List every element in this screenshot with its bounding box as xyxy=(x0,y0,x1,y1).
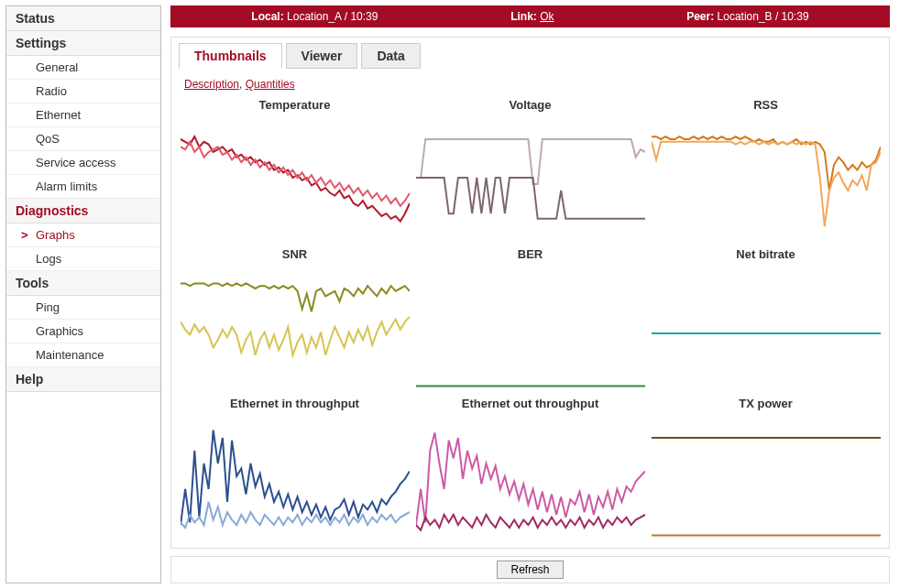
chart-title: SNR xyxy=(179,244,411,263)
refresh-bar: Refresh xyxy=(170,556,890,583)
nav-item-graphics[interactable]: Graphics xyxy=(6,320,160,343)
chart-title: Net bitrate xyxy=(650,244,882,263)
sidebar-nav: StatusSettingsGeneralRadioEthernetQoSSer… xyxy=(5,5,161,583)
nav-section-tools[interactable]: Tools xyxy=(6,271,160,296)
tab-thumbnails[interactable]: Thumbnails xyxy=(179,43,282,69)
chart-tx-power[interactable]: TX power xyxy=(650,393,882,540)
nav-section-help[interactable]: Help xyxy=(6,367,160,392)
tab-data[interactable]: Data xyxy=(361,43,420,69)
chart-snr[interactable]: SNR xyxy=(179,244,411,391)
nav-section-status[interactable]: Status xyxy=(6,6,160,31)
chart-ber[interactable]: BER xyxy=(414,244,646,391)
chart-title: RSS xyxy=(650,94,882,114)
chart-ethernet-in-throughput[interactable]: Ethernet in throughput xyxy=(179,393,411,540)
status-peer: Peer: Location_B / 10:39 xyxy=(686,10,808,23)
nav-item-ping[interactable]: Ping xyxy=(6,296,160,320)
sublinks: Description, Quantities xyxy=(184,78,882,91)
nav-section-settings[interactable]: Settings xyxy=(6,31,160,56)
status-bar: Local: Location_A / 10:39 Link: Ok Peer:… xyxy=(170,5,890,27)
tabs: ThumbnailsViewerData xyxy=(179,43,882,69)
chart-rss[interactable]: RSS xyxy=(650,94,882,242)
nav-item-service-access[interactable]: Service access xyxy=(6,151,160,175)
nav-item-ethernet[interactable]: Ethernet xyxy=(6,103,160,127)
chart-title: Voltage xyxy=(414,94,646,114)
nav-section-diagnostics[interactable]: Diagnostics xyxy=(6,199,160,223)
content-panel: ThumbnailsViewerData Description, Quanti… xyxy=(170,37,890,549)
nav-item-maintenance[interactable]: Maintenance xyxy=(6,343,160,367)
chart-grid: TemperatureVoltageRSSSNRBERNet bitrateEt… xyxy=(179,94,882,540)
chart-title: Ethernet out throughput xyxy=(414,393,646,412)
nav-item-radio[interactable]: Radio xyxy=(6,80,160,103)
nav-item-graphs[interactable]: Graphs xyxy=(6,223,160,247)
chart-net-bitrate[interactable]: Net bitrate xyxy=(650,244,882,391)
nav-item-logs[interactable]: Logs xyxy=(6,247,160,271)
chart-voltage[interactable]: Voltage xyxy=(414,94,646,242)
link-quantities[interactable]: Quantities xyxy=(246,78,295,91)
chart-temperature[interactable]: Temperature xyxy=(179,94,411,242)
link-description[interactable]: Description xyxy=(184,78,239,91)
chart-title: Temperature xyxy=(179,94,411,114)
chart-ethernet-out-throughput[interactable]: Ethernet out throughput xyxy=(414,393,646,540)
chart-title: TX power xyxy=(650,393,882,412)
refresh-button[interactable]: Refresh xyxy=(497,561,563,579)
nav-item-general[interactable]: General xyxy=(6,56,160,80)
status-local: Local: Location_A / 10:39 xyxy=(251,10,378,23)
status-link: Link: Ok xyxy=(510,10,554,23)
chart-title: BER xyxy=(414,244,646,263)
tab-viewer[interactable]: Viewer xyxy=(286,43,358,69)
nav-item-qos[interactable]: QoS xyxy=(6,127,160,151)
chart-title: Ethernet in throughput xyxy=(179,393,411,412)
nav-item-alarm-limits[interactable]: Alarm limits xyxy=(6,175,160,199)
status-link-value[interactable]: Ok xyxy=(540,10,554,23)
